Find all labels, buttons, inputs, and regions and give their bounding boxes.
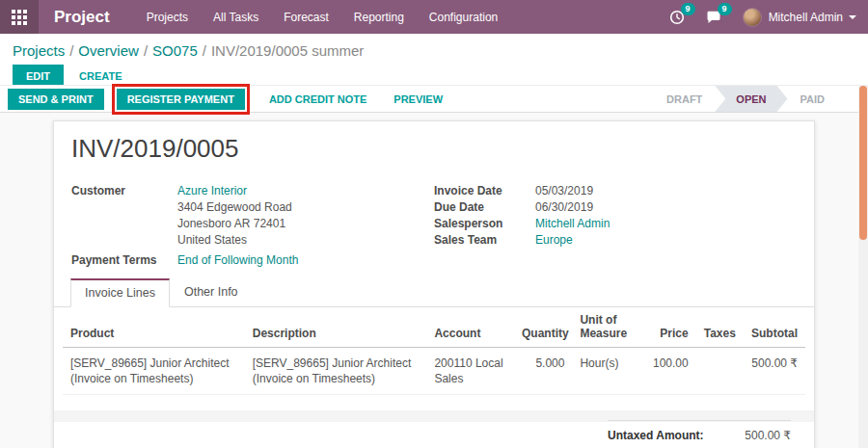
preview-button[interactable]: PREVIEW (393, 93, 443, 105)
invoice-number: INV/2019/0005 (71, 134, 814, 164)
customer-label: Customer (71, 183, 177, 249)
menu-item-all-tasks[interactable]: All Tasks (213, 11, 258, 24)
top-menu: Projects All Tasks Forecast Reporting Co… (147, 11, 499, 24)
notebook-tabs: Invoice Lines Other Info (54, 278, 814, 307)
register-payment-highlight: REGISTER PAYMENT (112, 84, 250, 115)
invoice-statusbar: SEND & PRINT REGISTER PAYMENT ADD CREDIT… (0, 85, 868, 113)
customer-address-line: 3404 Edgewood Road (177, 199, 292, 216)
activities-badge: 9 (681, 3, 695, 15)
customer-address-line: Jonesboro AR 72401 (177, 216, 292, 232)
due-date-value: 06/30/2019 (535, 199, 593, 216)
breadcrumb-projects[interactable]: Projects (13, 42, 65, 59)
tab-other-info[interactable]: Other Info (170, 278, 253, 307)
activities-button[interactable]: 9 (669, 10, 685, 25)
cell-description: [SERV_89665] Junior Architect (Invoice o… (245, 348, 427, 395)
col-account[interactable]: Account (426, 307, 514, 348)
menu-item-configuration[interactable]: Configuration (429, 11, 498, 24)
menu-item-projects[interactable]: Projects (147, 11, 188, 24)
user-avatar[interactable] (743, 8, 762, 27)
top-navbar: Project Projects All Tasks Forecast Repo… (0, 0, 868, 34)
status-draft[interactable]: DRAFT (654, 86, 715, 112)
untaxed-amount-value: 500.00 ₹ (745, 429, 791, 442)
due-date-label: Due Date (434, 199, 535, 216)
breadcrumb: Projects/Overview/SO075/INV/2019/0005 su… (0, 34, 868, 59)
status-pipeline: DRAFT OPEN PAID (654, 86, 837, 112)
cell-product: [SERV_89665] Junior Architect (Invoice o… (63, 348, 245, 395)
col-unit-of-measure[interactable]: Unit of Measure (572, 307, 641, 348)
apps-menu-button[interactable] (0, 0, 39, 34)
salesperson-label: Salesperson (434, 216, 535, 232)
payment-terms-link[interactable]: End of Following Month (177, 252, 298, 269)
register-payment-button[interactable]: REGISTER PAYMENT (117, 89, 245, 110)
invoice-fields-right: Invoice Date 05/03/2019 Due Date 06/30/2… (434, 183, 797, 269)
customer-address-line: United States (177, 232, 292, 249)
invoice-sheet: INV/2019/0005 Customer Azure Interior 34… (53, 120, 815, 448)
table-row[interactable]: [SERV_89665] Junior Architect (Invoice o… (63, 348, 805, 395)
invoice-lines-table: Product Description Account Quantity Uni… (63, 307, 805, 395)
col-taxes[interactable]: Taxes (696, 307, 737, 348)
invoice-totals: Untaxed Amount: 500.00 ₹ (608, 420, 791, 442)
col-description[interactable]: Description (245, 307, 427, 348)
control-panel: Projects/Overview/SO075/INV/2019/0005 su… (0, 34, 868, 85)
vertical-scrollbar[interactable] (858, 85, 868, 448)
tab-invoice-lines[interactable]: Invoice Lines (70, 278, 170, 307)
sales-team-link[interactable]: Europe (535, 232, 573, 249)
cell-subtotal: 500.00 ₹ (736, 348, 805, 395)
table-header-row: Product Description Account Quantity Uni… (63, 307, 805, 348)
cell-price: 100.00 (641, 348, 696, 395)
cell-taxes (696, 348, 737, 395)
menu-item-forecast[interactable]: Forecast (284, 11, 329, 24)
invoice-fields-left: Customer Azure Interior 3404 Edgewood Ro… (71, 183, 434, 269)
col-product[interactable]: Product (63, 307, 245, 348)
user-menu[interactable]: Mitchell Admin (769, 11, 843, 24)
app-name[interactable]: Project (54, 8, 110, 27)
messages-badge: 9 (718, 3, 732, 15)
breadcrumb-current: INV/2019/0005 summer (211, 42, 364, 59)
scrollbar-thumb[interactable] (859, 86, 867, 240)
cell-account: 200110 Local Sales (426, 348, 514, 395)
create-button[interactable]: CREATE (79, 70, 122, 82)
payment-terms-label: Payment Terms (71, 252, 177, 269)
sales-team-label: Sales Team (434, 232, 535, 249)
apps-grid-icon (12, 10, 27, 25)
customer-link[interactable]: Azure Interior (177, 184, 247, 198)
invoice-date-value: 05/03/2019 (535, 183, 593, 199)
user-menu-caret-icon (849, 15, 856, 19)
col-price[interactable]: Price (641, 307, 696, 348)
status-paid[interactable]: PAID (788, 86, 837, 112)
invoice-date-label: Invoice Date (434, 183, 535, 199)
cell-uom: Hour(s) (572, 348, 641, 395)
send-print-button[interactable]: SEND & PRINT (8, 89, 104, 110)
salesperson-link[interactable]: Mitchell Admin (535, 216, 610, 232)
col-quantity[interactable]: Quantity (514, 307, 572, 348)
breadcrumb-overview[interactable]: Overview (78, 42, 139, 59)
untaxed-amount-label: Untaxed Amount: (608, 429, 704, 442)
breadcrumb-so075[interactable]: SO075 (152, 42, 198, 59)
status-open[interactable]: OPEN (715, 86, 787, 112)
menu-item-reporting[interactable]: Reporting (354, 11, 404, 24)
col-subtotal[interactable]: Subtotal (736, 307, 805, 348)
cell-quantity: 5.000 (514, 348, 572, 395)
add-credit-note-button[interactable]: ADD CREDIT NOTE (269, 93, 366, 105)
messages-button[interactable]: 9 (706, 10, 721, 25)
